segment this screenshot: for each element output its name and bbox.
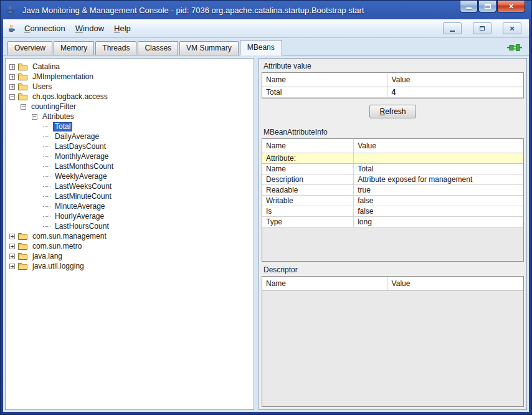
java-frame-icon bbox=[7, 24, 16, 33]
refresh-button[interactable]: Refresh bbox=[369, 105, 416, 118]
cell-value: Total bbox=[354, 164, 523, 174]
tree-node-jmimplementation[interactable]: JMImplementation bbox=[6, 72, 254, 82]
folder-icon bbox=[18, 73, 27, 81]
table-row-writable[interactable]: Writablefalse bbox=[262, 196, 523, 206]
tree-node-countingfilter[interactable]: countingFilter bbox=[6, 102, 254, 112]
window-controls: × bbox=[460, 1, 525, 12]
expand-icon[interactable] bbox=[9, 254, 15, 259]
tree-node-com-sun-metro[interactable]: com.sun.metro bbox=[6, 241, 254, 251]
split-divider[interactable] bbox=[254, 58, 259, 410]
attribute-value-table-grid: NameValueTotal4 bbox=[262, 73, 523, 98]
tree-node-minuteaverage[interactable]: MinuteAverage bbox=[6, 201, 254, 211]
expand-icon[interactable] bbox=[9, 84, 15, 90]
tree-node-label: com.sun.metro bbox=[31, 242, 83, 251]
frame-close-icon: × bbox=[510, 24, 515, 32]
frame-restore-icon bbox=[480, 26, 485, 31]
collapse-icon[interactable] bbox=[21, 104, 26, 110]
tree-node-catalina[interactable]: Catalina bbox=[6, 62, 254, 72]
minimize-icon bbox=[466, 7, 472, 9]
column-header-name: Name bbox=[262, 139, 354, 153]
expand-icon[interactable] bbox=[9, 234, 15, 239]
tree-node-label: MinuteAverage bbox=[53, 202, 107, 211]
tree-node-label: countingFilter bbox=[29, 102, 78, 112]
table-row-name[interactable]: NameTotal bbox=[262, 164, 523, 174]
collapse-icon[interactable] bbox=[9, 94, 15, 100]
descriptor-title: Descriptor bbox=[264, 265, 522, 274]
tree-node-label: Catalina bbox=[31, 62, 62, 72]
table-row-type[interactable]: Typelong bbox=[262, 217, 523, 227]
minimize-button[interactable] bbox=[460, 1, 478, 12]
tree-node-label: Attributes bbox=[40, 112, 76, 122]
detail-panel: Attribute value NameValueTotal4 Refresh … bbox=[259, 58, 527, 410]
tab-memory[interactable]: Memory bbox=[54, 41, 94, 55]
tree-connector bbox=[43, 206, 50, 207]
tree-node-lastdayscount[interactable]: LastDaysCount bbox=[6, 141, 254, 151]
mbean-tree: CatalinaJMImplementationUsersch.qos.logb… bbox=[5, 58, 254, 410]
maximize-button[interactable] bbox=[478, 1, 496, 12]
frame-close-button[interactable]: × bbox=[503, 22, 521, 34]
tree-node-lastmonthscount[interactable]: LastMonthsCount bbox=[6, 161, 254, 171]
attribute-value-title: Attribute value bbox=[264, 62, 522, 70]
cell-value: false bbox=[354, 206, 523, 217]
tab-overview[interactable]: Overview bbox=[7, 41, 52, 55]
tree-node-com-sun-management[interactable]: com.sun.management bbox=[6, 231, 254, 241]
tree-node-weeklyaverage[interactable]: WeeklyAverage bbox=[6, 171, 254, 181]
tree-node-lastminutecount[interactable]: LastMinuteCount bbox=[6, 191, 254, 201]
tree-node-lastweekscount[interactable]: LastWeeksCount bbox=[6, 181, 254, 191]
tree-node-label: java.lang bbox=[31, 252, 64, 261]
column-header-name: Name bbox=[262, 73, 387, 87]
folder-icon bbox=[18, 93, 27, 101]
tree-node-label: java.util.logging bbox=[31, 262, 86, 271]
table-row-total[interactable]: Total4 bbox=[262, 87, 523, 98]
frame-restore-button[interactable] bbox=[473, 22, 492, 34]
column-header-value: Value bbox=[387, 277, 523, 291]
close-button[interactable]: × bbox=[497, 1, 525, 12]
tree-node-ch-qos-logback-access[interactable]: ch.qos.logback.access bbox=[6, 92, 254, 102]
tree-node-total[interactable]: Total bbox=[6, 122, 254, 131]
table-row-is[interactable]: Isfalse bbox=[262, 206, 523, 217]
tab-threads[interactable]: Threads bbox=[95, 41, 136, 55]
tab-mbeans[interactable]: MBeans bbox=[240, 40, 282, 55]
tree-node-attributes[interactable]: Attributes bbox=[6, 112, 254, 122]
tree-node-label: com.sun.management bbox=[31, 232, 108, 241]
cell-value: Attribute exposed for management bbox=[354, 174, 523, 185]
collapse-icon[interactable] bbox=[32, 114, 37, 120]
tree-node-label: DailyAverage bbox=[53, 132, 101, 141]
tree-node-label: LastMinuteCount bbox=[53, 192, 113, 201]
cell-name: Attribute: bbox=[262, 153, 354, 164]
tree-connector bbox=[43, 176, 50, 177]
app-window: Java Monitoring & Management Console - p… bbox=[0, 0, 532, 415]
attribute-value-table: NameValueTotal4 bbox=[262, 72, 524, 98]
menu-help[interactable]: Help bbox=[109, 22, 136, 35]
expand-icon[interactable] bbox=[9, 244, 15, 249]
tree-node-dailyaverage[interactable]: DailyAverage bbox=[6, 131, 254, 141]
tree-connector bbox=[43, 156, 50, 157]
table-row-readable[interactable]: Readabletrue bbox=[262, 185, 523, 196]
table-row-attribute[interactable]: Attribute: bbox=[262, 153, 523, 164]
expand-icon[interactable] bbox=[9, 74, 15, 80]
close-icon: × bbox=[508, 2, 513, 11]
tab-classes[interactable]: Classes bbox=[138, 41, 178, 55]
tree-node-users[interactable]: Users bbox=[6, 82, 254, 92]
tree-node-monthlyaverage[interactable]: MonthlyAverage bbox=[6, 151, 254, 161]
tree-connector bbox=[43, 216, 50, 217]
tree-node-java-lang[interactable]: java.lang bbox=[6, 251, 254, 261]
cell-value: true bbox=[354, 185, 523, 196]
tree-node-label: Users bbox=[31, 82, 54, 92]
expand-icon[interactable] bbox=[9, 264, 15, 269]
tree-node-lasthourscount[interactable]: LastHoursCount bbox=[6, 221, 254, 231]
expand-icon[interactable] bbox=[9, 64, 15, 70]
table-row-description[interactable]: DescriptionAttribute exposed for managem… bbox=[262, 174, 523, 185]
tree-node-java-util-logging[interactable]: java.util.logging bbox=[6, 261, 254, 271]
cell-name: Readable bbox=[262, 185, 354, 196]
tree-node-label: WeeklyAverage bbox=[53, 172, 109, 181]
folder-icon bbox=[18, 242, 27, 250]
tab-vm-summary[interactable]: VM Summary bbox=[179, 41, 239, 55]
column-header-value: Value bbox=[354, 139, 523, 153]
folder-icon bbox=[18, 63, 27, 71]
menu-window[interactable]: Window bbox=[70, 22, 109, 35]
mbean-attribute-info-table-grid: NameValueAttribute:NameTotalDescriptionA… bbox=[262, 139, 523, 227]
tree-node-hourlyaverage[interactable]: HourlyAverage bbox=[6, 211, 254, 221]
frame-minimize-button[interactable] bbox=[443, 22, 462, 34]
menu-connection[interactable]: Connection bbox=[19, 22, 70, 35]
